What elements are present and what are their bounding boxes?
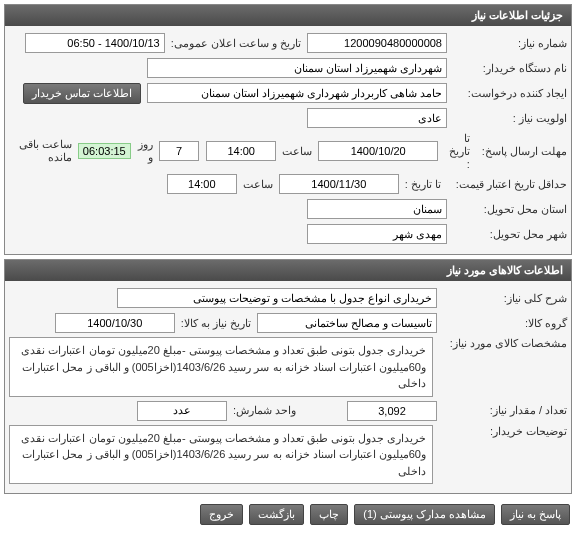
view-attachments-button[interactable]: مشاهده مدارک پیوستی (1) <box>354 504 495 525</box>
label-need-date-item: تاریخ نیاز به کالا: <box>175 317 257 330</box>
footer-toolbar: پاسخ به نیاز مشاهده مدارک پیوستی (1) چاپ… <box>0 498 576 531</box>
row-qty: تعداد / مقدار نیاز: واحد شمارش: <box>9 400 567 422</box>
buyer-org-field[interactable] <box>147 58 447 78</box>
row-buyer-notes: توضیحات خریدار: خریداری جدول بتونی طبق ت… <box>9 425 567 485</box>
need-items-panel: اطلاعات کالاهای مورد نیاز شرح کلی نیاز: … <box>4 259 572 494</box>
label-unit: واحد شمارش: <box>227 404 347 417</box>
item-spec-box: خریداری جدول بتونی طبق تعداد و مشخصات پی… <box>9 337 433 397</box>
need-info-header: جزئیات اطلاعات نیاز <box>5 5 571 26</box>
label-days-and: روز و <box>131 138 159 164</box>
label-remaining: ساعت باقی مانده <box>9 138 78 164</box>
priority-field[interactable] <box>307 108 447 128</box>
label-item-group: گروه کالا: <box>437 317 567 330</box>
label-price-validity: حداقل تاریخ اعتبار قیمت: <box>447 178 567 191</box>
row-city: شهر محل تحویل: <box>9 223 567 245</box>
city-field[interactable] <box>307 224 447 244</box>
row-priority: اولویت نیاز : <box>9 107 567 129</box>
resp-time-field[interactable] <box>206 141 276 161</box>
exit-button[interactable]: خروج <box>200 504 243 525</box>
row-creator: ایجاد کننده درخواست: اطلاعات تماس خریدار <box>9 82 567 104</box>
label-buyer-notes: توضیحات خریدار: <box>437 425 567 438</box>
qty-field[interactable] <box>347 401 437 421</box>
print-button[interactable]: چاپ <box>310 504 348 525</box>
row-need-desc: شرح کلی نیاز: <box>9 287 567 309</box>
label-until-1: تا تاریخ : <box>438 132 476 170</box>
label-response-deadline: مهلت ارسال پاسخ: <box>476 145 567 158</box>
label-city: شهر محل تحویل: <box>447 228 567 241</box>
time-left-display: 06:03:15 <box>78 143 131 159</box>
creator-field[interactable] <box>147 83 447 103</box>
label-priority: اولویت نیاز : <box>447 112 567 125</box>
row-item-spec: مشخصات کالای مورد نیاز: خریداری جدول بتو… <box>9 337 567 397</box>
announce-datetime-field[interactable] <box>25 33 165 53</box>
label-need-no: شماره نیاز: <box>447 37 567 50</box>
label-qty: تعداد / مقدار نیاز: <box>437 404 567 417</box>
label-need-desc: شرح کلی نیاز: <box>437 292 567 305</box>
need-no-field[interactable] <box>307 33 447 53</box>
item-group-field[interactable] <box>257 313 437 333</box>
row-response-deadline: مهلت ارسال پاسخ: تا تاریخ : ساعت روز و 0… <box>9 132 567 170</box>
days-left-field[interactable] <box>159 141 199 161</box>
row-price-validity: حداقل تاریخ اعتبار قیمت: تا تاریخ : ساعت <box>9 173 567 195</box>
label-creator: ایجاد کننده درخواست: <box>447 87 567 100</box>
need-items-header: اطلاعات کالاهای مورد نیاز <box>5 260 571 281</box>
label-announce: تاریخ و ساعت اعلان عمومی: <box>165 37 307 50</box>
label-province: استان محل تحویل: <box>447 203 567 216</box>
need-info-body: شماره نیاز: تاریخ و ساعت اعلان عمومی: نا… <box>5 26 571 254</box>
valid-time-field[interactable] <box>167 174 237 194</box>
unit-field[interactable] <box>137 401 227 421</box>
buyer-contact-button[interactable]: اطلاعات تماس خریدار <box>23 83 141 104</box>
row-province: استان محل تحویل: <box>9 198 567 220</box>
label-hour-2: ساعت <box>237 178 279 191</box>
label-item-spec: مشخصات کالای مورد نیاز: <box>437 337 567 350</box>
label-until-2: تا تاریخ : <box>399 178 447 191</box>
row-need-no: شماره نیاز: تاریخ و ساعت اعلان عمومی: <box>9 32 567 54</box>
resp-date-field[interactable] <box>318 141 438 161</box>
valid-date-field[interactable] <box>279 174 399 194</box>
label-buyer-org: نام دستگاه خریدار: <box>447 62 567 75</box>
need-info-panel: جزئیات اطلاعات نیاز شماره نیاز: تاریخ و … <box>4 4 572 255</box>
respond-button[interactable]: پاسخ به نیاز <box>501 504 570 525</box>
buyer-notes-box: خریداری جدول بتونی طبق تعداد و مشخصات پی… <box>9 425 433 485</box>
province-field[interactable] <box>307 199 447 219</box>
row-item-group: گروه کالا: تاریخ نیاز به کالا: <box>9 312 567 334</box>
need-items-body: شرح کلی نیاز: گروه کالا: تاریخ نیاز به ک… <box>5 281 571 493</box>
need-date-item-field[interactable] <box>55 313 175 333</box>
back-button[interactable]: بازگشت <box>249 504 304 525</box>
need-desc-field[interactable] <box>117 288 437 308</box>
row-buyer-org: نام دستگاه خریدار: <box>9 57 567 79</box>
label-hour-1: ساعت <box>276 145 318 158</box>
